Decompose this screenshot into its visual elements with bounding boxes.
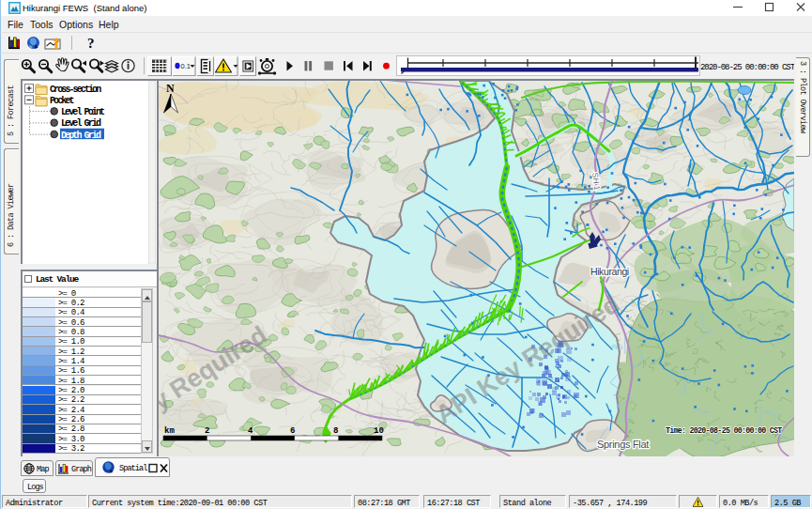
svg-text:Springs Flat: Springs Flat [597,439,649,450]
svg-text:Pocket: Pocket [50,96,75,106]
svg-text:0.1: 0.1 [181,62,191,70]
svg-text:Time: 2020-08-25 00:00:00 CST: Time: 2020-08-25 00:00:00 CST [666,426,782,435]
svg-text:2: 2 [205,426,209,436]
svg-text:Hikurangi: Hikurangi [590,266,629,277]
svg-text:km: km [164,426,175,436]
svg-text:4: 4 [248,426,253,436]
svg-text:8: 8 [333,426,338,436]
svg-text:Depth Grid: Depth Grid [61,131,101,141]
svg-text:10: 10 [374,426,384,436]
svg-text:Level Grid: Level Grid [61,118,101,129]
svg-text:6: 6 [290,426,295,436]
svg-text:Cross-section: Cross-section [50,85,101,95]
svg-text:N: N [166,82,175,95]
svg-text:?: ? [87,36,95,51]
svg-text:2020-08-25 00:00:00 CST: 2020-08-25 00:00:00 CST [700,63,794,72]
svg-text:Level Point: Level Point [61,107,105,117]
